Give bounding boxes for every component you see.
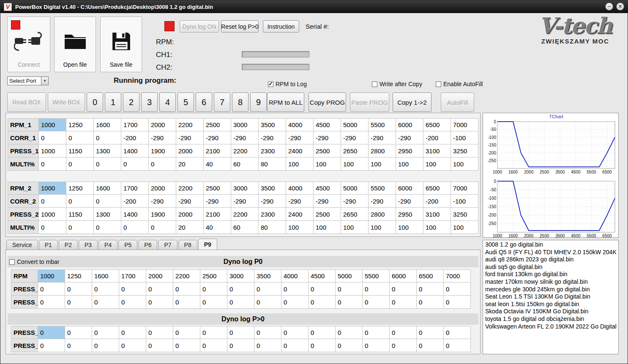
table-cell[interactable]: 20 <box>176 158 204 171</box>
table-cell[interactable]: 40 <box>204 158 231 171</box>
table-cell[interactable]: 1000 <box>38 269 65 283</box>
table-cell[interactable]: 1700 <box>119 269 146 283</box>
digit-button-6[interactable]: 6 <box>196 92 212 112</box>
table-cell[interactable]: 0 <box>281 326 309 339</box>
table-cell[interactable]: 5500 <box>363 269 390 283</box>
table-cell[interactable]: 0 <box>444 339 471 352</box>
table-cell[interactable]: 100 <box>286 221 314 234</box>
table-cell[interactable]: 4500 <box>314 118 341 131</box>
table-cell[interactable]: 0 <box>146 283 173 296</box>
table-cell[interactable]: 2800 <box>369 208 396 221</box>
table-cell[interactable]: 1600 <box>94 182 121 195</box>
table-cell[interactable]: 0 <box>254 283 281 296</box>
table-cell[interactable]: -290 <box>149 195 176 208</box>
table-cell[interactable]: 1000 <box>39 144 66 158</box>
file-item-toyota-1-5-go-digital-od-obci-enia-bin[interactable]: toyota 1.5 go digital od obciążenia.bin <box>485 315 616 323</box>
file-item-audi-sq5-go-digital-bin[interactable]: audi sq5 go digital.bin <box>485 263 616 271</box>
digit-button-4[interactable]: 4 <box>159 92 176 112</box>
table-cell[interactable]: 6000 <box>396 118 423 131</box>
table-cell[interactable]: 0 <box>309 339 336 352</box>
instruction-button[interactable]: Instruction <box>263 20 299 33</box>
table-cell[interactable]: 2500 <box>204 118 231 131</box>
table-cell[interactable]: -290 <box>259 195 286 208</box>
table-cell[interactable]: 2300 <box>259 144 286 158</box>
table-cell[interactable]: 0 <box>173 296 200 309</box>
table-cell[interactable]: 3500 <box>259 118 286 131</box>
table-cell[interactable]: 1250 <box>65 269 92 283</box>
file-item-seat-leon-1-5tsi-150km-go-digital-bin[interactable]: seat leon 1.5tsi 150km go digital.bin <box>485 301 616 308</box>
table-cell[interactable]: 5500 <box>369 182 396 195</box>
table-cell[interactable]: 2200 <box>173 269 200 283</box>
table-cell[interactable]: 3100 <box>423 144 451 158</box>
table-cell[interactable]: 3250 <box>451 208 478 221</box>
reset-log-button[interactable]: Reset log P>0 <box>221 20 259 33</box>
table-cell[interactable]: 2650 <box>341 144 369 158</box>
rpm-to-all-button[interactable]: RPM to ALL <box>267 92 304 112</box>
table-cell[interactable]: 0 <box>173 339 200 352</box>
tab-p9[interactable]: P9 <box>198 239 217 250</box>
table-cell[interactable]: 0 <box>444 296 471 309</box>
table-cell[interactable]: 0 <box>66 221 94 234</box>
table-cell[interactable]: 4000 <box>281 269 309 283</box>
digit-button-1[interactable]: 1 <box>105 92 121 112</box>
convert-to-mbar-checkbox[interactable]: Convert to mbar <box>9 258 59 265</box>
table-cell[interactable]: 0 <box>227 296 254 309</box>
table-cell[interactable]: 0 <box>227 326 254 339</box>
table-cell[interactable]: -290 <box>369 131 396 144</box>
table-cell[interactable]: 1300 <box>94 144 121 158</box>
table-cell[interactable]: -200 <box>423 131 451 144</box>
table-cell[interactable]: 0 <box>227 283 254 296</box>
table-cell[interactable]: -290 <box>341 131 369 144</box>
table-cell[interactable]: 2200 <box>176 118 204 131</box>
table-cell[interactable]: 0 <box>254 326 281 339</box>
table-cell[interactable]: 2200 <box>231 208 259 221</box>
table-cell[interactable]: 0 <box>66 131 94 144</box>
table-cell[interactable]: 100 <box>286 158 314 171</box>
table-cell[interactable]: 2000 <box>176 144 204 158</box>
table-cell[interactable]: 0 <box>39 131 66 144</box>
table-cell[interactable]: 2500 <box>314 144 341 158</box>
table-cell[interactable]: 2100 <box>204 208 231 221</box>
table-cell[interactable]: 4500 <box>309 269 336 283</box>
digit-button-3[interactable]: 3 <box>141 92 158 112</box>
select-port-dropdown[interactable]: Select Port ▼ <box>7 76 49 85</box>
table-cell[interactable]: 0 <box>336 296 363 309</box>
table-cell[interactable]: 0 <box>92 326 119 339</box>
table-cell[interactable]: 0 <box>38 339 65 352</box>
table-cell[interactable]: 0 <box>119 326 146 339</box>
table-cell[interactable]: 60 <box>231 221 259 234</box>
table-cell[interactable]: -100 <box>451 195 478 208</box>
table-cell[interactable]: -290 <box>149 131 176 144</box>
table-cell[interactable]: -290 <box>286 131 314 144</box>
table-cell[interactable]: 1700 <box>121 118 149 131</box>
tab-p7[interactable]: P7 <box>158 240 177 250</box>
table-cell[interactable]: 4500 <box>314 182 341 195</box>
tab-p8[interactable]: P8 <box>178 240 197 250</box>
table-cell[interactable]: 1150 <box>66 144 94 158</box>
table-cell[interactable]: 0 <box>336 283 363 296</box>
table-cell[interactable]: 6500 <box>417 269 444 283</box>
table-cell[interactable]: -290 <box>259 131 286 144</box>
table-cell[interactable]: 0 <box>309 283 336 296</box>
table-cell[interactable]: 1600 <box>94 118 121 131</box>
file-item-master-170km-nowy-silnik-go-digital-bin[interactable]: master 170km nowy silnik go digital.bin <box>485 278 616 286</box>
table-cell[interactable]: -200 <box>423 195 451 208</box>
table-cell[interactable]: 2100 <box>204 144 231 158</box>
table-cell[interactable]: 100 <box>341 221 369 234</box>
table-cell[interactable]: 100 <box>396 158 423 171</box>
table-cell[interactable]: 0 <box>281 283 309 296</box>
table-cell[interactable]: 0 <box>200 283 227 296</box>
tab-p5[interactable]: P5 <box>118 240 137 250</box>
table-cell[interactable]: 0 <box>66 195 94 208</box>
table-cell[interactable]: 2950 <box>396 144 423 158</box>
table-cell[interactable]: 2400 <box>286 144 314 158</box>
digit-button-7[interactable]: 7 <box>214 92 230 112</box>
digit-button-8[interactable]: 8 <box>232 92 248 112</box>
table-cell[interactable]: 5000 <box>336 269 363 283</box>
minimize-button[interactable]: – <box>605 3 613 11</box>
table-cell[interactable]: 1150 <box>66 208 94 221</box>
table-cell[interactable]: 2000 <box>176 208 204 221</box>
table-cell[interactable]: 0 <box>146 339 173 352</box>
tab-p2[interactable]: P2 <box>59 240 78 250</box>
table-cell[interactable]: 2500 <box>314 208 341 221</box>
